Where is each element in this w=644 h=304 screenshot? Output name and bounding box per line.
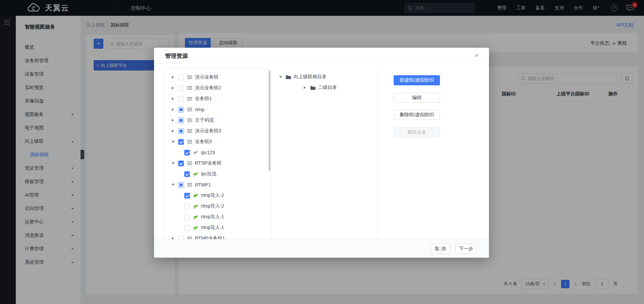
checkbox[interactable] bbox=[178, 75, 184, 80]
group-icon bbox=[187, 85, 193, 91]
node-label: rtmp导入-2 bbox=[201, 203, 224, 209]
resource-tree-panel: 演示业务组 演示业务组2 业务组1 rtmp 主子码流 演示业务组3 业务组3 bbox=[164, 69, 272, 241]
expand-arrow-icon[interactable] bbox=[172, 97, 175, 100]
node-label: 演示业务组3 bbox=[195, 128, 221, 134]
modal-header: 管理资源 ✕ bbox=[154, 48, 489, 64]
checkbox[interactable] bbox=[178, 96, 184, 102]
node-label: rtmp bbox=[195, 107, 204, 112]
resource-tree-row[interactable]: 演示业务组2 bbox=[165, 83, 271, 93]
resource-tree-row[interactable]: RTMP1 bbox=[165, 179, 271, 190]
node-label: 演示业务组2 bbox=[195, 85, 221, 91]
directory-tree-panel: 向上级联根目录 二级目录 bbox=[279, 69, 377, 241]
directory-tree-row[interactable]: 二级目录 bbox=[279, 82, 377, 93]
resource-tree-row[interactable]: rtmp导入-2 bbox=[165, 190, 271, 201]
resource-tree-row[interactable]: ipc123 bbox=[165, 147, 271, 158]
app-root: 天翼云 控制中心 费用工单备案支持合作徐* ? 6 智能视图服务 概览 bbox=[0, 0, 644, 304]
expand-arrow-icon[interactable] bbox=[172, 140, 175, 143]
camera-green-icon bbox=[193, 225, 199, 230]
group-icon bbox=[187, 118, 193, 123]
expand-arrow-icon[interactable] bbox=[172, 129, 175, 133]
checkbox[interactable] bbox=[178, 107, 184, 113]
group-icon bbox=[187, 107, 193, 112]
checkbox[interactable] bbox=[178, 85, 184, 91]
expand-arrow-icon[interactable] bbox=[172, 162, 175, 165]
checkbox[interactable] bbox=[178, 182, 184, 188]
modal-action-删除组/虚拟组织[interactable]: 删除组/虚拟组织 bbox=[394, 110, 440, 120]
node-label: ipc拉流 bbox=[201, 171, 216, 177]
expand-arrow-icon[interactable] bbox=[279, 75, 283, 79]
directory-label: 二级目录 bbox=[318, 85, 337, 91]
group-icon bbox=[187, 139, 193, 144]
manage-resource-modal: 管理资源 ✕ 演示业务组 演示业务组2 业务组1 rtmp 主子码流 bbox=[154, 48, 489, 258]
resource-tree-row[interactable]: rtmp导入-2 bbox=[165, 201, 271, 212]
node-label: ipc123 bbox=[201, 150, 215, 155]
modal-action-编辑[interactable]: 编辑 bbox=[394, 93, 440, 103]
modal-action-新建组/虚拟组织[interactable]: 新建组/虚拟组织 bbox=[394, 75, 440, 85]
expand-arrow-icon[interactable] bbox=[172, 108, 175, 111]
group-icon bbox=[187, 75, 193, 80]
group-icon bbox=[187, 128, 193, 134]
node-label: 业务组3 bbox=[195, 139, 212, 145]
modal-title: 管理资源 bbox=[165, 52, 188, 60]
resource-tree-row[interactable]: 演示业务组 bbox=[165, 72, 271, 83]
group-icon bbox=[187, 96, 193, 101]
checkbox[interactable] bbox=[184, 193, 190, 199]
resource-tree-row[interactable]: RTSP业务组 bbox=[165, 158, 271, 169]
resource-tree-row[interactable]: 演示业务组3 bbox=[165, 126, 271, 136]
group-icon bbox=[187, 161, 193, 166]
camera-green-icon bbox=[193, 204, 199, 209]
resource-tree-row[interactable]: rtmp导入-1 bbox=[165, 212, 271, 222]
checkbox[interactable] bbox=[184, 150, 190, 156]
camera-green-icon bbox=[193, 214, 199, 220]
node-label: 主子码流 bbox=[195, 117, 214, 123]
folder-icon bbox=[286, 74, 291, 80]
checkbox[interactable] bbox=[184, 214, 190, 220]
directory-tree-row[interactable]: 向上级联根目录 bbox=[279, 72, 377, 82]
checkbox[interactable] bbox=[184, 204, 190, 209]
checkbox[interactable] bbox=[178, 118, 184, 123]
expand-arrow-icon[interactable] bbox=[172, 86, 175, 90]
modal-action-删除设备: 删除设备 bbox=[394, 127, 440, 137]
modal-footer: 取 消 下一步 bbox=[154, 239, 489, 258]
resource-tree-row[interactable]: 业务组1 bbox=[165, 93, 271, 104]
camera-gray-icon bbox=[193, 150, 199, 155]
resource-tree-row[interactable]: 主子码流 bbox=[165, 115, 271, 126]
expand-arrow-icon[interactable] bbox=[172, 119, 175, 122]
expand-arrow-icon[interactable] bbox=[172, 76, 175, 79]
resource-tree-row[interactable]: 业务组3 bbox=[165, 136, 271, 147]
folder-icon bbox=[310, 85, 316, 90]
directory-label: 向上级联根目录 bbox=[294, 74, 327, 80]
expand-arrow-icon[interactable] bbox=[172, 183, 175, 186]
checkbox[interactable] bbox=[178, 139, 184, 145]
checkbox[interactable] bbox=[184, 225, 190, 231]
close-icon[interactable]: ✕ bbox=[475, 52, 479, 59]
checkbox[interactable] bbox=[184, 171, 190, 177]
camera-green-icon bbox=[193, 171, 199, 177]
next-step-button[interactable]: 下一步 bbox=[455, 244, 477, 254]
cancel-button[interactable]: 取 消 bbox=[431, 244, 450, 254]
group-icon bbox=[187, 182, 193, 187]
scrollbar-thumb[interactable] bbox=[268, 71, 270, 171]
node-label: RTSP业务组 bbox=[195, 160, 221, 166]
resource-tree-row[interactable]: ipc拉流 bbox=[165, 169, 271, 179]
node-label: 业务组1 bbox=[195, 96, 212, 102]
panel-divider bbox=[377, 69, 378, 241]
node-label: rtmp导入-2 bbox=[201, 192, 224, 199]
checkbox[interactable] bbox=[178, 128, 184, 134]
resource-tree-row[interactable]: rtmp导入-1 bbox=[165, 222, 271, 233]
node-label: RTMP1 bbox=[195, 182, 211, 187]
expand-arrow-icon[interactable] bbox=[304, 86, 307, 89]
camera-green-icon bbox=[193, 193, 199, 198]
resource-tree-row[interactable]: rtmp bbox=[165, 104, 271, 115]
node-label: rtmp导入-1 bbox=[201, 214, 224, 220]
checkbox[interactable] bbox=[178, 161, 184, 166]
node-label: 演示业务组 bbox=[195, 74, 218, 80]
node-label: rtmp导入-1 bbox=[201, 225, 224, 231]
